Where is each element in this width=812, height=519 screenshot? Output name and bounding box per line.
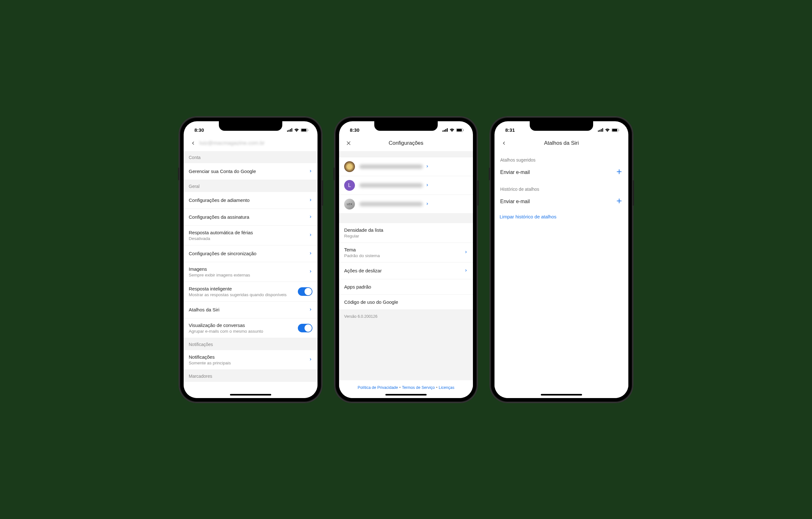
signal-icon [287, 128, 292, 132]
svg-rect-18 [601, 129, 602, 132]
link-privacy[interactable]: Política de Privacidade [358, 385, 398, 390]
row-conversation-view[interactable]: Visualização de conversas Agrupar e-mail… [184, 318, 318, 338]
phone-frame-1: 8:30 luiz@macmagazine.com.br Conta Geren… [179, 117, 322, 403]
row-sync[interactable]: Configurações de sincronização [184, 245, 318, 262]
account-email-blurred [359, 202, 423, 206]
link-clear-history[interactable]: Limpar histórico de atalhos [494, 210, 628, 224]
spacer [494, 224, 628, 398]
toggle-smart-reply[interactable] [298, 287, 313, 296]
account-email-blurred [359, 183, 423, 188]
account-row-3[interactable]: LEX [339, 195, 473, 214]
link-licenses[interactable]: Licenças [439, 385, 454, 390]
row-siri-shortcuts[interactable]: Atalhos da Siri [184, 302, 318, 318]
version-label: Versão 6.0.200126 [339, 310, 473, 323]
chevron-right-icon [309, 306, 313, 314]
screen-1: 8:30 luiz@macmagazine.com.br Conta Geren… [184, 121, 318, 398]
back-button[interactable] [499, 138, 509, 148]
row-label: Configurações de sincronização [189, 251, 306, 256]
chevron-right-icon [464, 248, 468, 256]
wifi-icon [294, 128, 299, 132]
account-email-blurred [359, 164, 423, 169]
notch [219, 121, 282, 131]
svg-rect-12 [457, 129, 462, 131]
row-sublabel: Agrupar e-mails com o mesmo assunto [189, 329, 298, 334]
notch [530, 121, 593, 131]
chevron-right-icon [309, 196, 313, 204]
chevron-right-icon [309, 268, 313, 276]
content-scroll[interactable]: Atalhos sugeridos Enviar e-mail Históric… [494, 151, 628, 398]
row-label: Configurações da assinatura [189, 214, 306, 220]
row-history-send-email[interactable]: Enviar e-mail [494, 194, 628, 210]
row-manage-account[interactable]: Gerenciar sua Conta do Google [184, 163, 318, 180]
svg-rect-19 [602, 128, 603, 132]
row-swipe[interactable]: Ações de deslizar [339, 263, 473, 279]
row-images[interactable]: Imagens Sempre exibir imagens externas [184, 262, 318, 282]
svg-rect-3 [291, 128, 292, 132]
svg-rect-5 [301, 129, 307, 131]
row-suggested-send-email[interactable]: Enviar e-mail [494, 164, 628, 180]
row-label: Notificações [189, 354, 306, 360]
back-button[interactable] [188, 138, 198, 148]
row-snooze[interactable]: Configurações de adiamento [184, 192, 318, 209]
row-label: Resposta automática de férias [189, 230, 306, 235]
svg-rect-8 [444, 130, 445, 132]
content-scroll[interactable]: Conta Gerenciar sua Conta do Google Gera… [184, 151, 318, 398]
row-label: Configurações de adiamento [189, 197, 306, 203]
chevron-right-icon [309, 356, 313, 364]
status-icons [442, 128, 465, 132]
row-sublabel: Padrão do sistema [344, 253, 462, 258]
svg-rect-21 [612, 129, 617, 131]
plus-icon[interactable] [616, 197, 622, 206]
chevron-right-icon [464, 267, 468, 275]
account-row-2[interactable]: L [339, 176, 473, 195]
account-row-1[interactable] [339, 158, 473, 176]
link-terms[interactable]: Termos de Serviço [402, 385, 435, 390]
section-history: Histórico de atalhos [494, 180, 628, 194]
status-icons [287, 128, 310, 132]
section-suggested: Atalhos sugeridos [494, 151, 628, 164]
row-label: Atalhos da Siri [189, 307, 306, 312]
row-label: Enviar e-mail [500, 199, 616, 204]
battery-icon [612, 128, 619, 132]
row-google-code[interactable]: Código de uso do Google [339, 295, 473, 310]
row-notifications[interactable]: Notificações Somente as principais [184, 350, 318, 370]
svg-rect-10 [447, 128, 448, 132]
page-title: Configurações [339, 140, 473, 146]
row-default-apps[interactable]: Apps padrão [339, 279, 473, 295]
row-theme[interactable]: Tema Padrão do sistema [339, 243, 473, 263]
svg-rect-2 [290, 129, 291, 132]
row-label: Enviar e-mail [500, 169, 616, 175]
close-button[interactable] [344, 138, 354, 148]
chevron-right-icon [309, 167, 313, 175]
spacer [339, 323, 473, 380]
signal-icon [442, 128, 448, 132]
row-label: Resposta inteligente [189, 286, 298, 292]
nav-bar: Atalhos da Siri [494, 135, 628, 151]
status-time: 8:31 [502, 127, 515, 133]
home-indicator[interactable] [541, 394, 582, 395]
section-marcadores: Marcadores [184, 370, 318, 382]
home-indicator[interactable] [230, 394, 271, 395]
row-vacation[interactable]: Resposta automática de férias Desativada [184, 226, 318, 245]
content-scroll[interactable]: L LEX Densidade da lista Regular Tema [339, 151, 473, 398]
chevron-right-icon [425, 181, 429, 190]
svg-rect-17 [600, 130, 601, 132]
row-sublabel: Sempre exibir imagens externas [189, 273, 306, 277]
toggle-conversation-view[interactable] [298, 324, 313, 332]
row-label: Ações de deslizar [344, 268, 462, 273]
row-label: Apps padrão [344, 284, 468, 290]
row-signature[interactable]: Configurações da assinatura [184, 209, 318, 226]
avatar [344, 161, 355, 172]
chevron-right-icon [309, 249, 313, 258]
notch [374, 121, 438, 131]
plus-icon[interactable] [616, 168, 622, 176]
row-density[interactable]: Densidade da lista Regular [339, 223, 473, 243]
row-label: Imagens [189, 266, 306, 272]
row-label: Densidade da lista [344, 227, 468, 233]
svg-rect-13 [463, 130, 464, 131]
home-indicator[interactable] [385, 394, 427, 395]
phone-frame-2: 8:30 Configurações L [335, 117, 477, 403]
row-label: Gerenciar sua Conta do Google [189, 168, 306, 174]
row-smart-reply[interactable]: Resposta inteligente Mostrar as resposta… [184, 282, 318, 302]
svg-rect-1 [289, 130, 290, 132]
